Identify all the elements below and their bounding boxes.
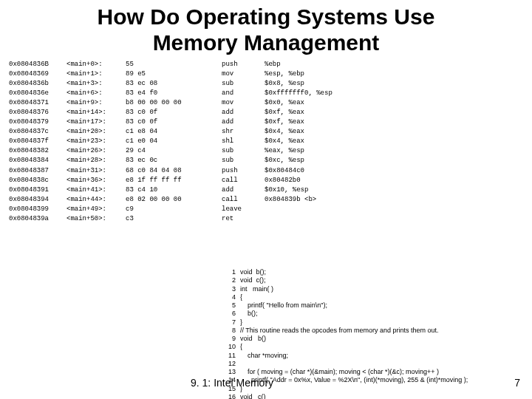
disasm-hex: 83 c0 0f [126,108,222,117]
source-row: 2void c(); [224,276,468,284]
source-row: 10{ [224,343,468,351]
disasm-args: $0x4, %eax [265,137,304,146]
disasm-args: 0x804839b <b> [265,195,316,205]
source-row: 9void b() [224,335,468,343]
disasm-args: %eax, %esp [265,146,304,156]
disasm-loc: <main+9>: [66,98,126,108]
disasm-loc: <main+36>: [66,176,126,185]
disasm-args: $0x4, %eax [265,127,304,137]
disasm-hex: c1 e8 04 [126,127,222,137]
disasm-row: 0x08048379<main+17>:83 c0 0fadd$0xf, %ea… [9,117,532,127]
disasm-addr: 0x08048384 [9,156,66,166]
disasm-addr: 0x0804839a [9,214,66,224]
disasm-hex: 83 c0 0f [126,117,222,127]
disasm-hex: b8 00 00 00 00 [126,98,222,108]
disasm-mnemonic: sub [222,156,265,166]
slide-title: How Do Operating Systems Use Memory Mana… [0,0,532,55]
disasm-addr: 0x0804837f [9,137,66,146]
disasm-addr: 0x0804838c [9,176,66,185]
disasm-loc: <main+44>: [66,195,126,205]
disasm-row: 0x08048376<main+14>:83 c0 0fadd$0xf, %ea… [9,108,532,117]
disasm-addr: 0x08048369 [9,69,66,79]
disasm-row: 0x0804836e<main+6>:83 e4 f0and$0xfffffff… [9,89,532,98]
source-code-line: void b() [240,335,266,343]
disasm-loc: <main+1>: [66,69,126,79]
disasm-addr: 0x08048399 [9,205,66,214]
disasm-hex: 89 e5 [126,69,222,79]
source-row: 1void b(); [224,268,468,276]
disasm-hex: 83 ec 08 [126,79,222,89]
disasm-row: 0x0804837c<main+20>:c1 e8 04shr$0x4, %ea… [9,127,532,137]
disasm-addr: 0x0804837c [9,127,66,137]
disasm-mnemonic: shr [222,127,265,137]
source-code-line: printf( "Hello from main\n"); [240,301,327,310]
disasm-args: $0xf, %eax [265,117,304,127]
title-line-1: How Do Operating Systems Use [0,4,532,30]
disasm-row: 0x0804839a<main+50>:c3ret [9,214,532,224]
disasm-loc: <main+41>: [66,185,126,195]
source-row: 5 printf( "Hello from main\n"); [224,301,468,310]
disasm-addr: 0x08048382 [9,146,66,156]
disasm-hex: 83 c4 10 [126,185,222,195]
page-number: 7 [514,377,520,389]
source-line-number: 13 [224,368,240,376]
source-code-line: { [240,343,242,351]
disasm-row: 0x0804838c<main+36>:e8 1f ff ff ffcall0x… [9,176,532,185]
source-line-number: 4 [224,293,240,301]
disasm-row: 0x08048394<main+44>:e8 02 00 00 00call0x… [9,195,532,205]
disasm-addr: 0x08048376 [9,108,66,117]
disasm-mnemonic: call [222,195,265,205]
disasm-hex: 29 c4 [126,146,222,156]
disasm-addr: 0x0804836e [9,89,66,98]
source-line-number: 10 [224,343,240,351]
disasm-row: 0x0804836B<main+0>:55push%ebp [9,60,532,69]
source-row: 3int main( ) [224,285,468,293]
disasm-mnemonic: mov [222,98,265,108]
disasm-mnemonic: mov [222,69,265,79]
disasm-mnemonic: shl [222,137,265,146]
disasm-loc: <main+0>: [66,60,126,69]
disasm-addr: 0x08048379 [9,117,66,127]
disasm-row: 0x08048391<main+41>:83 c4 10add$0x10, %e… [9,185,532,195]
disasm-loc: <main+23>: [66,137,126,146]
source-line-number: 12 [224,360,240,368]
disasm-mnemonic: leave [222,205,265,214]
source-line-number: 8 [224,327,240,335]
disasm-row: 0x08048382<main+26>:29 c4sub%eax, %esp [9,146,532,156]
disasm-args: %esp, %ebp [265,69,304,79]
source-code-line: for ( moving = (char *)(&main); moving <… [240,368,439,376]
disasm-args: 0x80482b0 [265,176,301,185]
disasm-loc: <main+49>: [66,205,126,214]
disasm-mnemonic: sub [222,146,265,156]
source-row: 16void c() [224,393,468,399]
disasm-mnemonic: push [222,60,265,69]
disasm-loc: <main+31>: [66,166,126,176]
source-row: 11 char *moving; [224,352,468,360]
disasm-row: 0x0804836b<main+3>:83 ec 08sub$0x8, %esp [9,79,532,89]
disasm-loc: <main+3>: [66,79,126,89]
source-code-line: printf( "Addr = 0x%x, Value = %2X\n", (i… [240,376,468,384]
disasm-args: $0xc, %esp [265,156,304,166]
source-code-line: { [240,293,242,301]
source-row: 6 b(); [224,310,468,318]
disasm-args: $0x80484c0 [265,166,304,176]
source-row: 12 [224,360,468,368]
disasm-hex: 83 e4 f0 [126,89,222,98]
disasm-row: 0x08048369<main+1>:89 e5mov%esp, %ebp [9,69,532,79]
disasm-args: $0x10, %esp [265,185,308,195]
disasm-mnemonic: call [222,176,265,185]
source-line-number: 3 [224,285,240,293]
disasm-mnemonic: ret [222,214,265,224]
disasm-hex: c9 [126,205,222,214]
source-line-number: 5 [224,301,240,310]
source-line-number: 11 [224,352,240,360]
disasm-loc: <main+14>: [66,108,126,117]
source-row: 4{ [224,293,468,301]
disasm-loc: <main+20>: [66,127,126,137]
disasm-addr: 0x08048391 [9,185,66,195]
source-line-number: 9 [224,335,240,343]
source-row: 7} [224,318,468,327]
source-code-line: void c(); [240,276,266,284]
disasm-row: 0x0804837f<main+23>:c1 e0 04shl$0x4, %ea… [9,137,532,146]
disasm-mnemonic: push [222,166,265,176]
